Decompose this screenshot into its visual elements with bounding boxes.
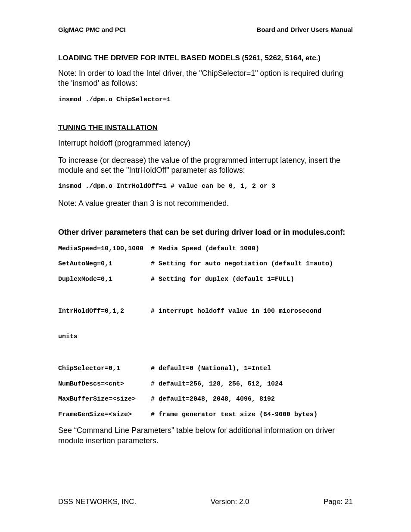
section3-closing: See “Command Line Parameters” table belo…	[58, 426, 353, 446]
param-name: MediaSpeed=10,100,1000	[58, 245, 151, 253]
header-right: Board and Driver Users Manual	[257, 26, 353, 33]
param-desc: # default=2048, 2048, 4096, 8192	[151, 395, 353, 404]
param-list: MediaSpeed=10,100,1000 # Media Speed (de…	[58, 245, 353, 419]
section1-code: insmod ./dpm.o ChipSelector=1	[58, 96, 353, 104]
param-row: ChipSelector=0,1 # default=0 (National),…	[58, 364, 353, 373]
section-heading-other-params: Other driver parameters that can be set …	[58, 227, 353, 237]
document-page: GigMAC PMC and PCI Board and Driver User…	[0, 0, 411, 532]
param-row-multiline: IntrHoldOff=0,1,2 # interrupt holdoff va…	[58, 290, 353, 358]
section2-line1: Interrupt holdoff (programmed latency)	[58, 138, 353, 148]
footer-right: Page: 21	[324, 498, 353, 506]
param-row: FrameGenSize=<size> # frame generator te…	[58, 411, 353, 419]
section-heading-tuning: TUNING THE INSTALLATION	[58, 124, 353, 132]
param-row: MediaSpeed=10,100,1000 # Media Speed (de…	[58, 245, 353, 253]
page-header: GigMAC PMC and PCI Board and Driver User…	[58, 26, 353, 33]
param-row: MaxBufferSize=<size> # default=2048, 204…	[58, 395, 353, 404]
section-heading-loading: LOADING THE DRIVER FOR INTEL BASED MODEL…	[58, 54, 353, 62]
param-row: NumBufDescs=<cnt> # default=256, 128, 25…	[58, 380, 353, 389]
footer-left: DSS NETWORKS, INC.	[58, 498, 136, 506]
param-name: NumBufDescs=<cnt>	[58, 380, 151, 389]
section2-note: Note: A value greater than 3 is not reco…	[58, 199, 353, 208]
param-name: SetAutoNeg=0,1	[58, 260, 151, 268]
param-continuation: units	[58, 333, 353, 341]
param-row: DuplexMode=0,1 # Setting for duplex (def…	[58, 275, 353, 284]
footer-center: Version: 2.0	[211, 498, 249, 506]
param-desc: # Setting for auto negotiation (default …	[151, 260, 353, 268]
param-desc: # Media Speed (default 1000)	[151, 245, 353, 253]
page-footer: DSS NETWORKS, INC. Version: 2.0 Page: 21	[58, 498, 353, 506]
param-name: IntrHoldOff=0,1,2	[58, 307, 151, 316]
section2-code: insmod ./dpm.o IntrHoldOff=1 # value can…	[58, 182, 353, 191]
param-desc: # Setting for duplex (default 1=FULL)	[151, 275, 353, 284]
section2-line2: To increase (or decrease) the value of t…	[58, 156, 353, 176]
param-name: ChipSelector=0,1	[58, 364, 151, 373]
param-desc: # interrupt holdoff value in 100 microse…	[151, 307, 353, 316]
param-desc: # default=0 (National), 1=Intel	[151, 364, 353, 373]
param-name: MaxBufferSize=<size>	[58, 395, 151, 404]
param-desc: # default=256, 128, 256, 512, 1024	[151, 380, 353, 389]
param-desc: # frame generator test size (64-9000 byt…	[151, 411, 353, 419]
section1-note: Note: In order to load the Intel driver,…	[58, 68, 353, 89]
header-left: GigMAC PMC and PCI	[58, 26, 126, 33]
param-name: DuplexMode=0,1	[58, 275, 151, 284]
param-row: SetAutoNeg=0,1 # Setting for auto negoti…	[58, 260, 353, 268]
param-name: FrameGenSize=<size>	[58, 411, 151, 419]
